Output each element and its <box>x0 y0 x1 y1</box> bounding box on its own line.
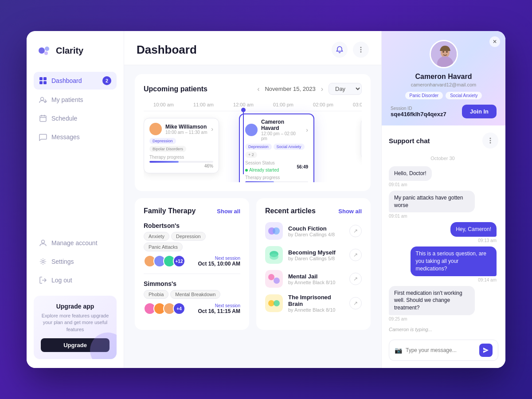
sidebar-item-logout[interactable]: Log out <box>34 272 117 289</box>
upgrade-title: Upgrade app <box>41 303 110 310</box>
sidebar-label-logout: Log out <box>51 277 72 284</box>
article-info-0: Couch Fiction by Daren Callings 4/8 <box>288 225 344 237</box>
upcoming-title: Upcoming patients <box>144 85 207 93</box>
chat-message-input[interactable] <box>406 347 476 353</box>
sidebar-item-messages[interactable]: Messages <box>34 129 117 145</box>
next-session-label-s: Next session <box>198 303 240 308</box>
chat-section: Support chat October 30 Hello, Doctor! 0… <box>382 125 505 368</box>
family-divider <box>144 274 240 274</box>
family-tags-robertson: Anxiety Depression Panic Attacks <box>144 232 240 251</box>
article-arrow-3[interactable]: ↗ <box>349 297 362 309</box>
msg-hello: Hello, Doctor! 09:01 am <box>389 166 497 187</box>
svg-point-9 <box>42 240 45 243</box>
nav-section: Dashboard 2 My patients Schedule <box>34 72 117 229</box>
patient-profile-section: ✕ Cameron Havard cameronharvar <box>382 31 505 125</box>
session-id-block: Session ID sqe416fklh7q4qexz7 <box>391 106 446 117</box>
msg-panic: My panic attacks have gotten worse 09:01… <box>389 191 497 219</box>
svg-point-2 <box>44 51 48 55</box>
pc-session-time: 56:49 <box>297 164 308 169</box>
svg-rect-8 <box>40 116 46 121</box>
svg-point-29 <box>442 51 444 53</box>
pc-session-label: Session Status <box>245 160 279 165</box>
article-author-3: by Annette Black 8/10 <box>288 307 344 313</box>
family-item-robertson: Robertson's Anxiety Depression Panic Att… <box>144 222 240 267</box>
sidebar-item-settings[interactable]: Settings <box>34 253 117 270</box>
send-message-button[interactable] <box>479 344 493 357</box>
family-show-all[interactable]: Show all <box>217 208 240 215</box>
msg-time-0: 09:01 am <box>389 182 407 187</box>
more-options-button[interactable] <box>353 42 369 58</box>
msg-bubble-4: First medication isn't working well. Sho… <box>389 286 475 315</box>
article-item-1: Becoming Myself by Daren Callings 5/8 ↗ <box>265 246 362 264</box>
sidebar-label-my-patients: My patients <box>51 96 83 103</box>
tag-anxiety: Anxiety <box>144 232 169 241</box>
svg-point-30 <box>446 51 448 53</box>
next-date-arrow[interactable]: › <box>319 85 325 93</box>
patient-card-mike[interactable]: Mike Williamson 10:00 am – 11:30 am › De… <box>144 118 219 173</box>
svg-rect-20 <box>265 270 283 288</box>
app-container: Clarity Dashboard 2 My patients <box>27 31 505 368</box>
pc-progress-fill-mike <box>149 161 179 163</box>
article-title-1: Becoming Myself <box>288 249 344 256</box>
logo-area: Clarity <box>34 43 117 58</box>
tag-social-anxiety: Social Anxiety <box>274 144 305 150</box>
article-info-1: Becoming Myself by Daren Callings 5/8 <box>288 249 344 261</box>
next-session-date-s: Oct 16, 11:15 AM <box>198 308 240 314</box>
articles-title: Recent articles <box>265 207 316 215</box>
msg-time-4: 09:25 am <box>389 317 407 321</box>
chat-more-icon <box>487 137 494 144</box>
ptag-panic: Panic Disorder <box>405 92 443 99</box>
chat-messages: October 30 Hello, Doctor! 09:01 am My pa… <box>389 154 498 336</box>
article-thumb-2 <box>265 270 283 288</box>
view-mode-select[interactable]: Day Week <box>329 83 362 95</box>
next-session-label-r: Next session <box>198 256 240 261</box>
timeline-pointer <box>241 108 246 174</box>
close-panel-button[interactable]: ✕ <box>489 36 500 47</box>
patient-card-cameron[interactable]: Cameron Havard 12:00 pm – 02:00 pm › Dep… <box>239 113 314 182</box>
article-arrow-2[interactable]: ↗ <box>349 273 362 285</box>
session-id-val: sqe416fklh7q4qexz7 <box>391 111 446 117</box>
article-thumb-1 <box>265 246 283 264</box>
tag-depression-c: Depression <box>245 144 272 150</box>
join-in-button[interactable]: Join In <box>462 105 497 118</box>
patient-card-johnatan[interactable]: Johnatan Amstr... 04:00 pm – 06:00 pm Pa… <box>361 118 362 160</box>
svg-point-21 <box>268 274 274 280</box>
article-arrow-1[interactable]: ↗ <box>349 249 362 261</box>
sidebar-label-manage-account: Manage account <box>51 239 98 246</box>
message-icon <box>39 133 47 141</box>
bottom-grid: Family Therapy Show all Robertson's Anxi… <box>135 198 371 337</box>
svg-point-33 <box>490 142 491 144</box>
next-session-date-r: Oct 15, 10:00 AM <box>198 261 240 267</box>
notification-button[interactable] <box>332 42 348 58</box>
article-arrow-0[interactable]: ↗ <box>349 225 362 237</box>
articles-show-all[interactable]: Show all <box>338 208 362 215</box>
msg-medication: First medication isn't working well. Sho… <box>389 286 497 321</box>
hour-0: 10:00 am <box>144 102 184 107</box>
timeline-cards: Mike Williamson 10:00 am – 11:30 am › De… <box>144 111 362 182</box>
tag-bipolar: Bipolar Disorders <box>149 146 186 152</box>
svg-point-24 <box>268 300 274 306</box>
article-author-1: by Daren Callings 5/8 <box>288 256 344 261</box>
msg-bubble-0: Hello, Doctor! <box>389 166 432 181</box>
upgrade-card: Upgrade app Explore more features upgrad… <box>34 296 117 359</box>
date-navigation: ‹ November 15, 2023 › Day Week <box>255 83 362 95</box>
grid-icon <box>39 77 47 85</box>
sidebar-item-manage-account[interactable]: Manage account <box>34 235 117 251</box>
sidebar-item-schedule[interactable]: Schedule <box>34 110 117 127</box>
users-icon <box>39 96 47 104</box>
sidebar-item-dashboard[interactable]: Dashboard 2 <box>34 72 117 90</box>
next-session-robertson: Next session Oct 15, 10:00 AM <box>198 256 240 267</box>
svg-point-0 <box>39 47 45 54</box>
avatar-mike <box>149 123 162 135</box>
hour-1: 11:00 am <box>184 102 223 107</box>
sidebar-item-my-patients[interactable]: My patients <box>34 91 117 108</box>
send-icon <box>483 347 489 353</box>
upgrade-button[interactable]: Upgrade <box>41 338 110 352</box>
article-info-3: The Imprisoned Brain by Annette Black 8/… <box>288 294 344 313</box>
page-title: Dashboard <box>137 43 197 57</box>
prev-date-arrow[interactable]: ‹ <box>255 85 261 93</box>
patient-avatar-svg <box>431 41 458 68</box>
camera-icon[interactable]: 📷 <box>395 347 402 354</box>
chat-more-button[interactable] <box>482 133 498 149</box>
upcoming-patients-section: Upcoming patients ‹ November 15, 2023 › … <box>135 74 371 191</box>
